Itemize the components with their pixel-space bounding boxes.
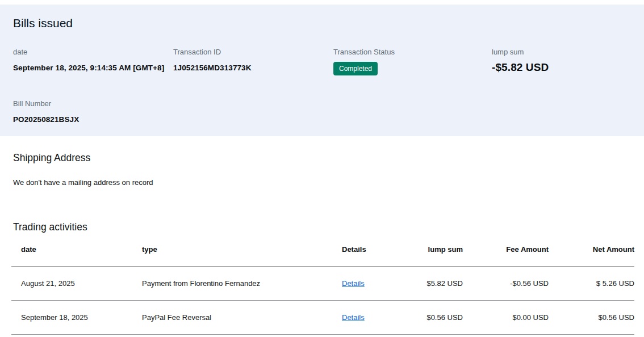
bill-number-value: PO20250821BSJX	[13, 115, 173, 124]
lump-sum-label: lump sum	[492, 48, 631, 57]
column-header-fee-amount: Fee Amount	[463, 242, 549, 267]
trading-activities-table: date type Details lump sum Fee Amount Ne…	[11, 242, 634, 335]
field-lump-sum: lump sum -$5.82 USD	[492, 48, 631, 75]
trading-activities-section: Trading activities	[0, 221, 644, 233]
cell-net-amount: $ 5.26 USD	[549, 267, 634, 301]
date-value: September 18, 2025, 9:14:35 AM [GMT+8]	[13, 64, 173, 72]
bill-summary-panel: Bills issued date September 18, 2025, 9:…	[0, 5, 644, 136]
cell-lump-sum: $0.56 USD	[410, 301, 463, 335]
cell-type: PayPal Fee Reversal	[142, 301, 342, 335]
details-link[interactable]: Details	[342, 279, 365, 288]
column-header-details: Details	[342, 242, 410, 267]
table-header-row: date type Details lump sum Fee Amount Ne…	[11, 242, 634, 267]
shipping-address-title: Shipping Address	[13, 152, 631, 164]
field-bill-number: Bill Number PO20250821BSJX	[13, 99, 173, 124]
column-header-net-amount: Net Amount	[549, 242, 634, 267]
column-header-date: date	[11, 242, 142, 267]
transaction-status-label: Transaction Status	[333, 48, 492, 57]
cell-net-amount: $0.56 USD	[549, 301, 634, 335]
shipping-address-message: We don't have a mailing address on recor…	[13, 178, 631, 187]
table-row: September 18, 2025 PayPal Fee Reversal D…	[11, 301, 634, 335]
lump-sum-value: -$5.82 USD	[492, 61, 631, 74]
transaction-id-value: 1J052156MD313773K	[173, 64, 333, 72]
column-header-type: type	[142, 242, 342, 267]
cell-type: Payment from Florentino Fernandez	[142, 267, 342, 301]
date-label: date	[13, 48, 173, 57]
table-row: August 21, 2025 Payment from Florentino …	[11, 267, 634, 301]
bill-number-label: Bill Number	[13, 99, 173, 108]
shipping-address-section: Shipping Address We don't have a mailing…	[0, 152, 644, 187]
page-title: Bills issued	[13, 16, 631, 30]
cell-date: August 21, 2025	[11, 267, 142, 301]
field-transaction-id: Transaction ID 1J052156MD313773K	[173, 48, 333, 75]
summary-field-grid: date September 18, 2025, 9:14:35 AM [GMT…	[13, 48, 631, 124]
top-strip	[0, 0, 644, 5]
trading-activities-title: Trading activities	[13, 221, 631, 233]
details-link[interactable]: Details	[342, 313, 365, 322]
transaction-id-label: Transaction ID	[173, 48, 333, 57]
column-header-lump-sum: lump sum	[410, 242, 463, 267]
cell-lump-sum: $5.82 USD	[410, 267, 463, 301]
field-date: date September 18, 2025, 9:14:35 AM [GMT…	[13, 48, 173, 75]
cell-date: September 18, 2025	[11, 301, 142, 335]
status-badge: Completed	[333, 62, 378, 75]
field-transaction-status: Transaction Status Completed	[333, 48, 492, 75]
cell-fee-amount: $0.00 USD	[463, 301, 549, 335]
cell-fee-amount: -$0.56 USD	[463, 267, 549, 301]
